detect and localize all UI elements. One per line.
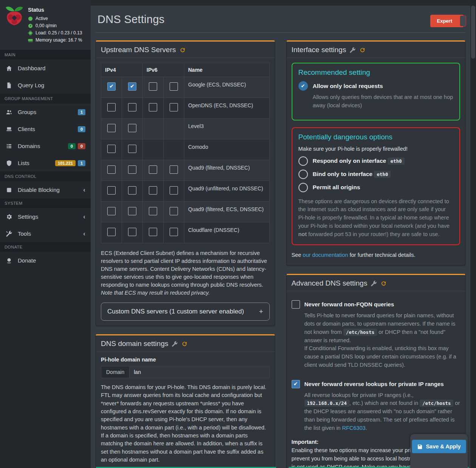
ipv4-checkbox[interactable] — [107, 207, 116, 215]
documentation-footer: See our documentation for further techni… — [292, 252, 461, 258]
ipv4-checkbox[interactable] — [107, 103, 116, 111]
ipv4-checkbox[interactable] — [128, 207, 136, 215]
sidebar-menu: MAINDashboardQuery LogGROUP MANAGEMENTGr… — [0, 50, 91, 269]
checkbox-cell — [143, 222, 164, 243]
ipv4-checkbox[interactable] — [107, 145, 116, 153]
dot-icon — [28, 16, 33, 21]
dangerous-options-box: Potentially dangerous options Make sure … — [292, 127, 461, 246]
wrench-icon[interactable] — [349, 47, 356, 53]
interface-code: eth0 — [374, 171, 391, 178]
wrench-icon[interactable] — [172, 341, 178, 347]
scrollbar-thumb[interactable] — [471, 6, 475, 59]
sidebar-item-lists[interactable]: Lists101.2211 — [0, 154, 91, 171]
dns-domain-card-title: DNS domain settings — [101, 340, 168, 348]
users-icon — [5, 108, 12, 116]
checkbox-cell — [143, 160, 164, 181]
cpu-icon — [28, 31, 33, 36]
sidebar-section-header: DNS CONTROL — [0, 171, 91, 181]
sidebar-section-header: GROUP MANAGEMENT — [0, 94, 91, 103]
sidebar-item-label: Disable Blocking — [18, 187, 78, 193]
ipv6-checkbox[interactable] — [170, 207, 178, 215]
ipv4-checkbox[interactable] — [128, 186, 136, 195]
refresh-icon[interactable] — [179, 47, 186, 53]
status-text: Active — [36, 16, 48, 21]
wrench-icon[interactable] — [371, 280, 377, 287]
ipv4-checkbox[interactable] — [128, 145, 136, 153]
allow-local-requests-label: Allow only local requests — [313, 83, 454, 90]
page-scrollbar[interactable] — [470, 0, 476, 468]
ipv4-checkbox[interactable] — [128, 124, 136, 132]
sidebar-item-settings[interactable]: Settings‹ — [0, 208, 91, 225]
save-apply-button[interactable]: Save & Apply — [412, 440, 466, 453]
sidebar-item-disable-blocking[interactable]: Disable Blocking‹ — [0, 181, 91, 198]
status-item: Active — [28, 16, 82, 21]
ipv6-checkbox[interactable] — [170, 186, 178, 195]
save-apply-label: Save & Apply — [426, 443, 461, 449]
server-name: Comodo — [184, 139, 270, 160]
checkbox-cell — [122, 77, 143, 98]
radio-bind-only-to-interface[interactable] — [298, 170, 308, 179]
ipv4-checkbox[interactable] — [107, 82, 116, 91]
ipv4-checkbox[interactable] — [107, 186, 116, 195]
allow-local-requests-radio[interactable] — [298, 81, 308, 91]
sidebar-item-tools[interactable]: Tools‹ — [0, 225, 91, 242]
domain-input-addon: Domain — [101, 366, 129, 378]
upstream-dns-card: Upstream DNS Servers IPv4 IPv6 Name — [96, 40, 275, 326]
sidebar-item-query-log[interactable]: Query Log — [0, 77, 91, 94]
refresh-icon[interactable] — [359, 47, 366, 53]
donate-icon — [5, 257, 12, 264]
ipv6-checkbox[interactable] — [170, 228, 178, 236]
sidebar-item-dashboard[interactable]: Dashboard — [0, 60, 91, 77]
sidebar-item-donate[interactable]: Donate — [0, 252, 91, 269]
ipv6-checkbox[interactable] — [170, 165, 178, 174]
custom-dns-servers-accordion[interactable]: Custom DNS servers (1 custom server enab… — [101, 303, 270, 321]
sidebar-item-clients[interactable]: Clients0 — [0, 120, 91, 137]
ipv4-checkbox[interactable] — [128, 103, 136, 111]
checkbox-cell — [143, 77, 164, 98]
table-row: OpenDNS (ECS, DNSSEC) — [101, 98, 270, 119]
sidebar-item-label: Donate — [18, 257, 85, 264]
ipv6-checkbox[interactable] — [170, 82, 178, 91]
sidebar-item-groups[interactable]: Groups1 — [0, 103, 91, 120]
checkbox-cell — [122, 222, 143, 243]
ipv4-checkbox[interactable] — [128, 82, 136, 91]
refresh-icon[interactable] — [380, 280, 387, 287]
radio-label: Permit all origins — [313, 184, 454, 191]
gear-icon — [5, 213, 12, 220]
expert-toggle[interactable]: Expert — [430, 15, 464, 27]
never-forward-reverse-checkbox[interactable] — [292, 380, 300, 388]
ipv6-checkbox[interactable] — [149, 82, 157, 91]
inline-link[interactable]: our documentation — [303, 252, 348, 258]
ipv6-checkbox[interactable] — [149, 228, 157, 236]
sidebar-item-label: Tools — [18, 230, 78, 237]
ipv4-checkbox[interactable] — [128, 228, 136, 236]
upstream-dns-table: IPv4 IPv6 Name Google (ECS, DNSSEC)OpenD… — [101, 63, 270, 243]
sidebar-item-label: Dashboard — [18, 65, 85, 71]
sidebar-item-domains[interactable]: Domains00 — [0, 137, 91, 154]
ipv6-checkbox[interactable] — [149, 186, 157, 195]
radio-respond-only-on-interface[interactable] — [298, 156, 308, 166]
inline-link[interactable]: RFC6303 — [342, 425, 365, 431]
ipv6-checkbox[interactable] — [170, 103, 178, 111]
ipv4-checkbox[interactable] — [107, 228, 116, 236]
dns-domain-card: DNS domain settings Pi-hole domain name … — [96, 334, 275, 468]
column-header-ipv6: IPv6 — [143, 63, 184, 77]
checkbox-cell — [143, 98, 164, 119]
checkbox-cell — [164, 202, 184, 222]
expert-toggle-knob — [460, 15, 466, 26]
table-row: Google (ECS, DNSSEC) — [101, 77, 270, 98]
page-title: DNS Settings — [97, 13, 165, 26]
ipv4-checkbox[interactable] — [107, 124, 116, 132]
ecs-note: ECS (Extended Client Subnet) defines a m… — [101, 249, 270, 297]
ipv6-checkbox[interactable] — [149, 165, 157, 174]
ipv6-checkbox[interactable] — [149, 207, 157, 215]
table-row: Quad9 (unfiltered, no DNSSEC) — [101, 181, 270, 202]
ipv6-checkbox[interactable] — [149, 103, 157, 111]
never-forward-nonfqdn-checkbox[interactable] — [292, 300, 300, 309]
domain-input[interactable] — [129, 366, 269, 378]
refresh-icon[interactable] — [181, 341, 188, 347]
radio-permit-all-origins[interactable] — [298, 183, 308, 192]
count-badge: 101.221 — [55, 160, 76, 166]
ipv4-checkbox[interactable] — [107, 165, 116, 174]
ipv4-checkbox[interactable] — [128, 165, 136, 174]
